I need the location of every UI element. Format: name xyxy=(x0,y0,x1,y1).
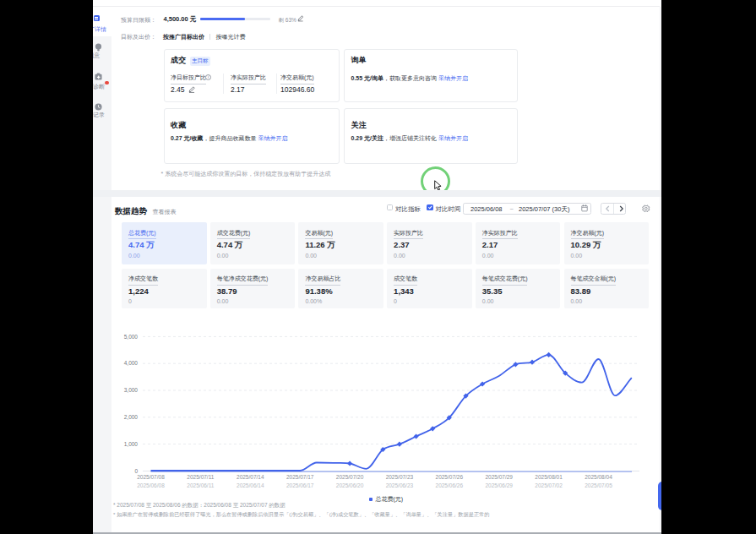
svg-text:2025/06/11: 2025/06/11 xyxy=(187,482,214,488)
svg-text:2025/07/02: 2025/07/02 xyxy=(535,482,563,488)
svg-text:2025/07/20: 2025/07/20 xyxy=(336,474,364,480)
svg-text:4,000: 4,000 xyxy=(124,360,139,366)
svg-text:2025/06/26: 2025/06/26 xyxy=(436,482,464,488)
svg-text:2025/07/23: 2025/07/23 xyxy=(386,474,414,480)
svg-text:2025/07/29: 2025/07/29 xyxy=(485,474,513,480)
svg-text:2025/07/17: 2025/07/17 xyxy=(286,474,314,480)
svg-text:2025/06/29: 2025/06/29 xyxy=(485,482,513,488)
svg-text:3,000: 3,000 xyxy=(124,387,139,393)
svg-text:2025/06/17: 2025/06/17 xyxy=(286,482,314,488)
svg-text:2025/07/11: 2025/07/11 xyxy=(187,474,214,480)
svg-text:2025/06/20: 2025/06/20 xyxy=(336,482,364,488)
svg-text:2025/08/01: 2025/08/01 xyxy=(535,474,563,480)
svg-text:2025/07/14: 2025/07/14 xyxy=(237,474,264,480)
svg-text:2025/08/04: 2025/08/04 xyxy=(585,474,612,480)
svg-text:2025/06/08: 2025/06/08 xyxy=(137,482,165,488)
svg-text:2025/07/08: 2025/07/08 xyxy=(137,474,165,480)
svg-text:2025/07/26: 2025/07/26 xyxy=(436,474,464,480)
svg-text:2025/06/23: 2025/06/23 xyxy=(386,482,414,488)
svg-text:5,000: 5,000 xyxy=(124,334,139,340)
svg-text:2025/06/14: 2025/06/14 xyxy=(237,482,264,488)
svg-text:2,000: 2,000 xyxy=(124,414,139,420)
svg-text:i: i xyxy=(207,74,208,79)
svg-text:2025/07/05: 2025/07/05 xyxy=(585,482,612,488)
svg-text:1,000: 1,000 xyxy=(124,441,139,447)
